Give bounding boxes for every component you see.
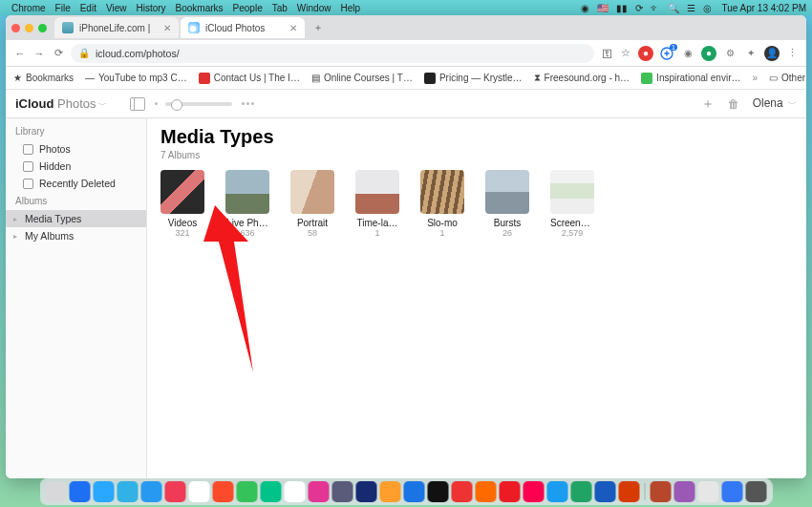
window-zoom-icon[interactable] (38, 24, 47, 32)
album-videos[interactable]: Videos321 (160, 170, 204, 238)
dock-app-icon[interactable] (571, 481, 592, 502)
album-bursts[interactable]: Bursts26 (485, 170, 529, 238)
bookmark-item[interactable]: Contact Us | The I… (199, 73, 300, 84)
status-battery-icon[interactable]: ▮▮ (616, 3, 628, 13)
menubar-people[interactable]: People (233, 3, 263, 13)
icloud-brand[interactable]: iCloud Photos﹀ (15, 96, 107, 112)
other-bookmarks-button[interactable]: ▭ Other Bookmarks (769, 73, 806, 83)
menubar-clock[interactable]: Tue Apr 13 4:02 PM (721, 3, 806, 13)
dock-app-icon[interactable] (547, 481, 568, 502)
album-screens[interactable]: Screens…2,579 (550, 170, 594, 238)
dock-app-icon[interactable] (118, 481, 139, 502)
user-menu[interactable]: Olena ﹀ (753, 96, 797, 111)
bookmark-item[interactable]: ⧗ Freesound.org - h… (534, 73, 630, 84)
dock-app-icon[interactable] (746, 481, 767, 502)
dock-app-icon[interactable] (189, 481, 210, 502)
dock-app-icon[interactable] (332, 481, 353, 502)
dock-app-icon[interactable] (524, 481, 545, 502)
bookmark-item[interactable]: Pricing — Krystle… (424, 73, 523, 84)
dock-app-icon[interactable] (165, 481, 186, 502)
status-sync-icon[interactable]: ⟳ (635, 3, 643, 13)
dock-app-icon[interactable] (356, 481, 377, 502)
sidebar-item-hidden[interactable]: Hidden (6, 158, 146, 175)
bookmark-overflow-icon[interactable]: » (752, 73, 758, 83)
dock-app-icon[interactable] (285, 481, 306, 502)
bookmark-item[interactable]: Inspirational envir… (641, 73, 740, 84)
profile-avatar-icon[interactable]: 👤 (764, 46, 780, 61)
bookmark-item[interactable]: ★ Bookmarks (13, 73, 74, 83)
menubar-tab[interactable]: Tab (272, 3, 288, 13)
extension-grammarly-icon[interactable]: ● (701, 46, 716, 61)
dock-app-icon[interactable] (46, 481, 67, 502)
upload-button[interactable]: ＋ (701, 95, 715, 113)
dock-app-icon[interactable] (261, 481, 282, 502)
dock-app-icon[interactable] (698, 481, 719, 502)
dock-app-icon[interactable] (237, 481, 258, 502)
status-siri-icon[interactable]: ◎ (703, 3, 712, 13)
zoom-small-icon[interactable] (155, 102, 158, 105)
sidebar-item-recently-deleted[interactable]: Recently Deleted (6, 175, 146, 192)
star-icon[interactable]: ☆ (619, 47, 632, 59)
extension-puzzle-icon[interactable]: ✦ (743, 46, 759, 61)
chrome-menu-icon[interactable]: ⋮ (785, 47, 799, 59)
dock-app-icon[interactable] (428, 481, 449, 502)
key-icon[interactable]: ⚿ (600, 48, 613, 59)
dock-app-icon[interactable] (722, 481, 743, 502)
menubar-view[interactable]: View (106, 3, 127, 13)
extension-eye-icon[interactable]: ◉ (680, 46, 695, 61)
delete-button[interactable]: 🗑 (728, 97, 739, 111)
zoom-large-icon[interactable] (242, 102, 254, 105)
status-search-icon[interactable]: 🔍 (668, 3, 679, 13)
sidebar-item-my-albums[interactable]: ▸My Albums (6, 227, 146, 244)
album-liveph[interactable]: Live Ph…636 (225, 170, 269, 238)
window-close-icon[interactable] (11, 24, 20, 32)
dock-app-icon[interactable] (70, 481, 91, 502)
menubar-app-name[interactable]: Chrome (11, 3, 46, 13)
status-record-icon[interactable]: ◉ (581, 3, 589, 13)
extension-sync-icon[interactable]: 1 (659, 46, 674, 61)
dock-app-icon[interactable] (651, 481, 672, 502)
nav-back-icon[interactable]: ← (13, 48, 27, 59)
sidebar-toggle-icon[interactable] (130, 97, 145, 111)
sidebar-item-photos[interactable]: Photos (6, 140, 146, 158)
menubar-help[interactable]: Help (340, 3, 360, 13)
window-minimize-icon[interactable] (25, 24, 33, 32)
dock-app-icon[interactable] (404, 481, 425, 502)
status-flag-icon[interactable]: 🇺🇸 (597, 3, 609, 13)
new-tab-button[interactable]: ＋ (307, 17, 330, 38)
dock-app-icon[interactable] (476, 481, 497, 502)
menubar-file[interactable]: File (55, 3, 71, 13)
dock-app-icon[interactable] (309, 481, 330, 502)
dock-app-icon[interactable] (94, 481, 115, 502)
bookmark-item[interactable]: — YouTube to mp3 C… (85, 73, 187, 83)
tab-close-icon[interactable]: ✕ (163, 23, 171, 33)
dock-app-icon[interactable] (380, 481, 401, 502)
dock-app-icon[interactable] (452, 481, 473, 502)
menubar-edit[interactable]: Edit (80, 3, 96, 13)
status-control-icon[interactable]: ☰ (687, 3, 695, 13)
dock-app-icon[interactable] (213, 481, 234, 502)
menubar-history[interactable]: History (136, 3, 165, 13)
bookmark-item[interactable]: ▤ Online Courses | T… (311, 73, 413, 83)
browser-tab-icloud[interactable]: iCloud Photos ✕ (181, 17, 305, 38)
menubar-bookmarks[interactable]: Bookmarks (176, 3, 224, 13)
nav-forward-icon[interactable]: → (32, 48, 46, 59)
sidebar-item-media-types[interactable]: ▸Media Types (6, 210, 146, 227)
status-wifi-icon[interactable]: ᯤ (651, 3, 660, 13)
dock-app-icon[interactable] (500, 481, 521, 502)
extension-gear-icon[interactable]: ⚙ (722, 46, 737, 61)
album-timela[interactable]: Time-la…1 (355, 170, 399, 238)
nav-reload-icon[interactable]: ⟳ (52, 47, 65, 59)
dock-app-icon[interactable] (619, 481, 640, 502)
dock-app-icon[interactable] (674, 481, 695, 502)
tab-close-icon[interactable]: ✕ (289, 23, 297, 33)
address-bar[interactable]: 🔒 icloud.com/photos/ (71, 44, 594, 63)
extension-adblock-icon[interactable]: ● (638, 46, 653, 61)
browser-tab-iphonelife[interactable]: iPhoneLife.com | ✕ (54, 17, 179, 38)
album-portrait[interactable]: Portrait58 (290, 170, 334, 238)
dock-app-icon[interactable] (595, 481, 616, 502)
zoom-slider[interactable] (165, 102, 232, 106)
dock-app-icon[interactable] (141, 481, 162, 502)
menubar-window[interactable]: Window (297, 3, 331, 13)
album-slomo[interactable]: Slo-mo1 (420, 170, 464, 238)
